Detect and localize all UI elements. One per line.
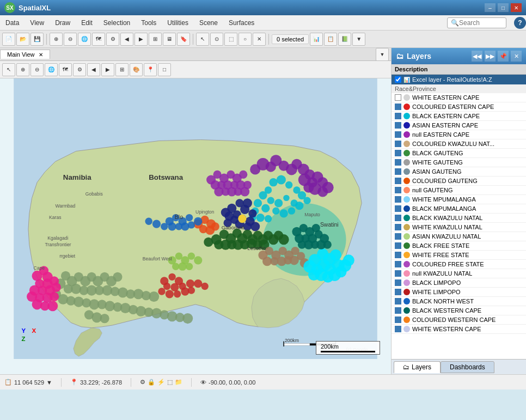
tab-close-icon[interactable]: ✕	[39, 52, 43, 58]
globe-button[interactable]: 🌐	[78, 33, 91, 46]
layer-item[interactable]: BLACK WESTERN CAPE	[392, 306, 526, 315]
layer-item[interactable]: COLOURED FREE STATE	[392, 260, 526, 269]
menu-draw[interactable]: Draw	[50, 17, 76, 29]
layer-checkbox-21[interactable]	[395, 289, 401, 295]
layer-checkbox-16[interactable]	[395, 242, 401, 249]
pan-tool[interactable]: 🌐	[45, 63, 58, 76]
menu-utilities[interactable]: Utilities	[162, 17, 194, 29]
dropdown-button[interactable]: ▼	[352, 33, 365, 46]
maximize-button[interactable]: □	[498, 3, 509, 12]
layer-item[interactable]: null KWAZULU NATAL	[392, 269, 526, 278]
zoom-out-tool[interactable]: ⊖	[30, 63, 44, 76]
zoom-tool[interactable]: ⊕	[16, 63, 29, 76]
table-button[interactable]: 📋	[324, 33, 337, 46]
main-view-tab[interactable]: Main View ✕	[0, 50, 50, 59]
config-tool[interactable]: ⚙	[73, 63, 86, 76]
layer-checkbox-9[interactable]	[395, 178, 401, 184]
layer-checkbox-4[interactable]	[395, 131, 401, 138]
extra-tool[interactable]: □	[158, 63, 171, 76]
export-button[interactable]: 📊	[310, 33, 323, 46]
layer-item[interactable]: WHITE WESTERN CAPE	[392, 325, 526, 334]
zoom-out-button[interactable]: ⊖	[64, 33, 77, 46]
menu-selection[interactable]: Selection	[98, 17, 136, 29]
layer-checkbox-1[interactable]	[395, 104, 401, 110]
bookmark-button[interactable]: 🔖	[177, 33, 190, 46]
layer-checkbox-19[interactable]	[395, 270, 401, 277]
new-button[interactable]: 📄	[2, 33, 15, 46]
color-tool[interactable]: 🎨	[130, 63, 143, 76]
excel-layer-checkbox[interactable]	[395, 76, 401, 83]
layer-checkbox-11[interactable]	[395, 196, 401, 203]
menu-surfaces[interactable]: Surfaces	[223, 17, 260, 29]
prev-button[interactable]: ◀	[120, 33, 133, 46]
open-button[interactable]: 📂	[16, 33, 29, 46]
excel-button[interactable]: 📗	[338, 33, 351, 46]
layer-checkbox-18[interactable]	[395, 261, 401, 267]
layer-item[interactable]: BLACK NORTH WEST	[392, 297, 526, 306]
layer-checkbox-25[interactable]	[395, 326, 401, 332]
layer-item[interactable]: WHITE EASTERN CAPE	[392, 93, 526, 102]
layers-close-btn[interactable]: ✕	[511, 51, 522, 62]
tab-dropdown[interactable]: ▼	[376, 48, 389, 61]
layers-pin-btn[interactable]: 📌	[498, 51, 509, 62]
layer-checkbox-17[interactable]	[395, 252, 401, 258]
layers-list[interactable]: 📊 Excel layer - RetailOutlets!A:Z Race&P…	[392, 75, 526, 359]
layer-item[interactable]: ASIAN EASTERN CAPE	[392, 121, 526, 130]
point-select[interactable]: ⊙	[210, 33, 223, 46]
select-button[interactable]: ↖	[196, 33, 209, 46]
layer-item[interactable]: BLACK LIMPOPO	[392, 278, 526, 288]
close-button[interactable]: ✕	[511, 3, 522, 12]
minimize-button[interactable]: –	[485, 3, 496, 12]
layer-checkbox-6[interactable]	[395, 150, 401, 156]
layer-item[interactable]: BLACK MPUMALANGA	[392, 204, 526, 214]
layer-checkbox-3[interactable]	[395, 122, 401, 129]
layer-checkbox-14[interactable]	[395, 224, 401, 230]
layer-checkbox-20[interactable]	[395, 279, 401, 286]
layer-item[interactable]: COLOURED GAUTENG	[392, 176, 526, 186]
lasso-select[interactable]: ○	[238, 33, 252, 46]
clear-select[interactable]: ✕	[253, 33, 266, 46]
menu-data[interactable]: Data	[0, 17, 25, 29]
layer-item[interactable]: BLACK KWAZULU NATAL	[392, 214, 526, 223]
zoom-in-button[interactable]: ⊕	[50, 33, 63, 46]
layer-item[interactable]: WHITE FREE STATE	[392, 251, 526, 260]
layer-item[interactable]: null EASTERN CAPE	[392, 130, 526, 139]
excel-layer-row[interactable]: 📊 Excel layer - RetailOutlets!A:Z	[392, 75, 526, 84]
layer-item[interactable]: WHITE LIMPOPO	[392, 288, 526, 297]
layer-item[interactable]: WHITE MPUMALANGA	[392, 195, 526, 204]
layers-next-btn[interactable]: ▶▶	[485, 51, 496, 62]
record-dropdown[interactable]: ▼	[46, 379, 52, 386]
globe-view[interactable]: 🗺	[59, 63, 72, 76]
layer-checkbox-2[interactable]	[395, 113, 401, 119]
layer-checkbox-7[interactable]	[395, 159, 401, 166]
layer-item[interactable]: BLACK EASTERN CAPE	[392, 112, 526, 121]
save-button[interactable]: 💾	[30, 33, 44, 46]
layer-item[interactable]: WHITE KWAZULU NATAL	[392, 223, 526, 232]
menu-scene[interactable]: Scene	[194, 17, 223, 29]
cursor-tool[interactable]: ↖	[2, 63, 15, 76]
layer-checkbox-5[interactable]	[395, 141, 401, 147]
layer-checkbox-12[interactable]	[395, 205, 401, 212]
display-button[interactable]: 🖥	[163, 33, 176, 46]
grid-tool[interactable]: ⊞	[115, 63, 129, 76]
pin-tool[interactable]: 📍	[144, 63, 157, 76]
layer-item[interactable]: ASIAN KWAZULU NATAL	[392, 232, 526, 241]
layers-prev-btn[interactable]: ◀◀	[472, 51, 482, 62]
layer-item[interactable]: COLOURED KWAZULU NAT...	[392, 139, 526, 149]
layer-item[interactable]: ASIAN GAUTENG	[392, 167, 526, 176]
layer-item[interactable]: null GAUTENG	[392, 186, 526, 195]
layer-item[interactable]: WHITE GAUTENG	[392, 158, 526, 167]
back-tool[interactable]: ◀	[87, 63, 100, 76]
search-area[interactable]: 🔍	[447, 17, 506, 28]
menu-edit[interactable]: Edit	[76, 17, 98, 29]
map-container[interactable]: Main View ✕ ▼ ↖ ⊕ ⊖ 🌐 🗺 ⚙ ◀ ▶ ⊞ 🎨 📍 □	[0, 48, 391, 374]
menu-tools[interactable]: Tools	[136, 17, 162, 29]
map-view[interactable]: Namibia Gobabis Warmbad Karas Kgalagadi …	[0, 78, 391, 359]
layer-item[interactable]: BLACK GAUTENG	[392, 149, 526, 158]
layer-checkbox-8[interactable]	[395, 168, 401, 175]
settings-button[interactable]: ⚙	[106, 33, 119, 46]
layer-checkbox-22[interactable]	[395, 298, 401, 305]
next-button[interactable]: ▶	[134, 33, 148, 46]
layer-checkbox-23[interactable]	[395, 307, 401, 314]
dashboards-tab[interactable]: Dashboards	[441, 361, 494, 373]
